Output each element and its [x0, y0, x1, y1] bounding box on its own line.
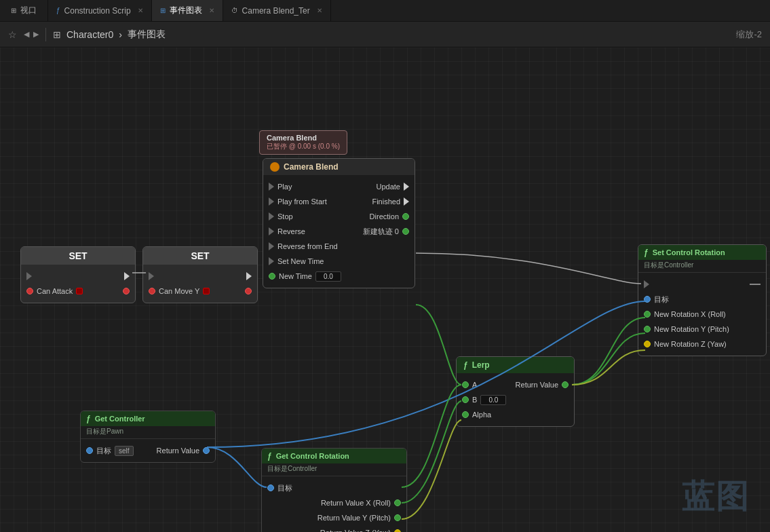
- node-set-can-attack-exec-row: [21, 269, 135, 284]
- lerp-b-pin: [462, 396, 469, 403]
- new-track-pin: [402, 228, 409, 235]
- node-set-can-attack: SET Can Attack: [20, 246, 136, 303]
- get-controller-title: Get Controller: [95, 415, 145, 423]
- tab-window[interactable]: ⊞ 视口: [0, 0, 48, 21]
- breadcrumb-path: ⊞ Character0 › 事件图表: [53, 28, 166, 41]
- gcr-pitch-label: Return Value Y (Pitch): [317, 514, 391, 522]
- gcr-yaw-row: Return Value Z (Yaw): [262, 525, 406, 532]
- tab-camera-blend[interactable]: ⏱ Camera Blend_Ter ✕: [223, 0, 331, 21]
- play-exec-in: [269, 183, 274, 191]
- forward-button[interactable]: ▶: [33, 30, 39, 39]
- stop-exec-in: [269, 212, 274, 221]
- camera-blend-info-box: Camera Blend 已暂停 @ 0.00 s (0.0 %): [259, 130, 347, 155]
- node-camera-blend-header: Camera Blend: [263, 159, 415, 175]
- tab-construction-close[interactable]: ✕: [138, 7, 143, 14]
- tab-event-graph-close[interactable]: ✕: [209, 7, 214, 14]
- event-graph-icon: ⊞: [160, 7, 166, 14]
- node-lerp-body: A Return Value B Alpha: [457, 373, 574, 426]
- gcr-target-row: 目标: [262, 480, 406, 495]
- gcr-target-pin: [267, 484, 274, 491]
- exec-in-icon-move: [149, 272, 154, 280]
- node-set-can-attack-field-row: Can Attack: [21, 284, 135, 299]
- get-controller-self-tag: self: [115, 446, 134, 456]
- node-lerp: ƒ Lerp A Return Value B: [456, 356, 575, 427]
- get-controller-target-pin: [86, 447, 93, 454]
- node-set-control-rotation: ƒ Set Control Rotation 目标是Controller 目标 …: [638, 244, 767, 356]
- update-exec-out: [404, 183, 409, 191]
- camera-blend-info-title: Camera Blend: [267, 134, 340, 142]
- breadcrumb-separator-arrow: ›: [119, 29, 122, 40]
- get-control-rotation-title: Get Control Rotation: [276, 452, 349, 460]
- new-track-label: 新建轨迹 0: [363, 227, 399, 237]
- tab-construction[interactable]: ƒ Construction Scrip ✕: [48, 0, 152, 21]
- playfromstart-exec-in: [269, 197, 274, 206]
- lerp-alpha-row: Alpha: [457, 407, 574, 422]
- zoom-indicator: 缩放-2: [736, 28, 762, 41]
- breadcrumb-separator: [45, 28, 46, 41]
- play-label: Play: [277, 183, 292, 191]
- camera-blend-info-status: 已暂停 @ 0.00 s (0.0 %): [267, 142, 340, 151]
- set-ctrl-rot-subtitle: 目标是Controller: [638, 260, 766, 273]
- new-time-label: New Time: [279, 272, 312, 280]
- func-icon-get-ctrl-rot: ƒ: [267, 451, 272, 461]
- lerp-alpha-label: Alpha: [472, 411, 491, 419]
- camera-blend-set-new-time-row: Set New Time: [263, 254, 415, 269]
- get-controller-target-label: 目标: [96, 446, 111, 456]
- exec-out-icon: [124, 272, 130, 280]
- scr-roll-row: New Rotation X (Roll): [638, 307, 766, 322]
- camera-blend-reverse-row: Reverse 新建轨迹 0: [263, 224, 415, 239]
- window-icon: ⊞: [11, 7, 16, 14]
- camera-icon: ⏱: [231, 7, 238, 14]
- scr-yaw-row: New Rotation Z (Yaw): [638, 337, 766, 352]
- set-new-time-label: Set New Time: [277, 257, 324, 265]
- gcr-roll-label: Return Value X (Roll): [321, 499, 391, 507]
- scr-exec-in: [644, 280, 649, 288]
- lerp-return-label: Return Value: [516, 381, 558, 389]
- scr-target-label: 目标: [654, 294, 669, 305]
- gcr-roll-pin: [394, 499, 401, 506]
- node-set-ctrl-rot-body: 目标 New Rotation X (Roll) New Rotation Y …: [638, 273, 766, 356]
- canvas-area[interactable]: Camera Blend 已暂停 @ 0.00 s (0.0 %) SET Ca…: [0, 48, 770, 532]
- func-icon-get-controller: ƒ: [86, 414, 91, 423]
- node-set-can-move: SET Can Move Y: [142, 246, 258, 303]
- lerp-return-pin: [562, 381, 569, 388]
- scr-exec-row: [638, 277, 766, 292]
- node-camera-blend: Camera Blend Play Update Play from Start: [263, 158, 415, 288]
- gcr-roll-row: Return Value X (Roll): [262, 495, 406, 510]
- exec-in-icon: [26, 272, 32, 280]
- scr-pitch-label: New Rotation Y (Pitch): [654, 325, 729, 333]
- node-set-ctrl-rot-header: ƒ Set Control Rotation: [638, 245, 766, 260]
- lerp-a-label: A: [472, 381, 477, 389]
- node-set-can-move-exec-row: [143, 269, 257, 284]
- get-control-rotation-body: 目标 Return Value X (Roll) Return Value Y …: [262, 476, 406, 532]
- breadcrumb-nav: ◀ ▶: [24, 30, 39, 39]
- gcr-yaw-pin: [394, 529, 401, 532]
- new-time-input[interactable]: [315, 271, 341, 282]
- tab-event-graph[interactable]: ⊞ 事件图表 ✕: [152, 0, 223, 21]
- lerp-alpha-pin: [462, 411, 469, 418]
- func-icon-set-ctrl-rot: ƒ: [644, 248, 649, 257]
- lerp-b-input[interactable]: [480, 395, 506, 405]
- node-get-controller-header: ƒ Get Controller: [81, 411, 215, 426]
- exec-out-icon-move: [246, 272, 252, 280]
- scr-target-pin: [644, 296, 651, 303]
- set-can-attack-title: SET: [69, 250, 87, 261]
- node-set-can-move-field-row: Can Move Y: [143, 284, 257, 299]
- scr-pitch-row: New Rotation Y (Pitch): [638, 322, 766, 337]
- node-set-can-attack-header: SET: [21, 247, 135, 265]
- node-set-can-move-body: Can Move Y: [143, 265, 257, 303]
- back-button[interactable]: ◀: [24, 30, 29, 39]
- camera-blend-stop-row: Stop Direction: [263, 209, 415, 224]
- tab-camera-blend-close[interactable]: ✕: [317, 7, 322, 14]
- node-camera-blend-body: Play Update Play from Start Finished: [263, 175, 415, 288]
- finished-exec-out: [404, 197, 409, 206]
- favorite-icon[interactable]: ☆: [8, 29, 17, 40]
- breadcrumb-bar: ☆ ◀ ▶ ⊞ Character0 › 事件图表 缩放-2: [0, 22, 770, 48]
- play-from-start-label: Play from Start: [277, 197, 327, 206]
- reverse-label: Reverse: [277, 227, 305, 235]
- get-controller-return-pin: [203, 447, 210, 454]
- tab-bar: ⊞ 视口 ƒ Construction Scrip ✕ ⊞ 事件图表 ✕ ⏱ C…: [0, 0, 770, 22]
- lerp-b-label: B: [472, 396, 477, 404]
- node-set-can-move-header: SET: [143, 247, 257, 265]
- camera-blend-icon: [270, 162, 280, 172]
